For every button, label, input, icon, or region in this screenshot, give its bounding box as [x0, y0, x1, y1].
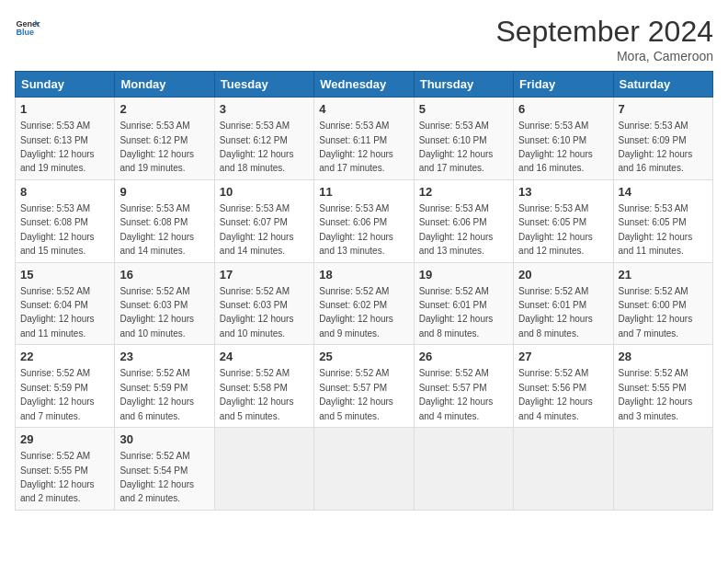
day-number: 23: [119, 349, 209, 365]
day-info: Sunrise: 5:53 AMSunset: 6:08 PMDaylight:…: [20, 203, 95, 256]
day-cell-2: 2 Sunrise: 5:53 AMSunset: 6:12 PMDayligh…: [115, 98, 214, 180]
day-number: 22: [20, 349, 109, 365]
day-info: Sunrise: 5:52 AMSunset: 6:03 PMDaylight:…: [119, 286, 194, 339]
day-info: Sunrise: 5:53 AMSunset: 6:09 PMDaylight:…: [619, 121, 693, 173]
col-wednesday: Wednesday: [314, 72, 414, 98]
day-info: Sunrise: 5:52 AMSunset: 5:56 PMDaylight:…: [518, 368, 593, 420]
day-number: 26: [419, 349, 508, 365]
day-info: Sunrise: 5:53 AMSunset: 6:06 PMDaylight:…: [319, 203, 393, 256]
empty-cell: [613, 428, 712, 511]
svg-text:Blue: Blue: [16, 28, 34, 37]
day-number: 16: [119, 267, 209, 283]
day-number: 1: [20, 101, 109, 118]
empty-cell: [214, 428, 313, 511]
day-cell-7: 7 Sunrise: 5:53 AMSunset: 6:09 PMDayligh…: [613, 98, 712, 180]
day-info: Sunrise: 5:52 AMSunset: 6:00 PMDaylight:…: [619, 286, 693, 339]
col-saturday: Saturday: [613, 72, 712, 98]
day-cell-5: 5 Sunrise: 5:53 AMSunset: 6:10 PMDayligh…: [414, 98, 513, 180]
day-info: Sunrise: 5:53 AMSunset: 6:05 PMDaylight:…: [518, 203, 593, 256]
day-number: 7: [619, 101, 708, 118]
col-sunday: Sunday: [16, 72, 115, 98]
day-number: 15: [20, 267, 109, 283]
day-cell-4: 4 Sunrise: 5:53 AMSunset: 6:11 PMDayligh…: [314, 98, 414, 180]
col-thursday: Thursday: [414, 72, 513, 98]
day-number: 11: [319, 184, 408, 201]
day-cell-26: 26 Sunrise: 5:52 AMSunset: 5:57 PMDaylig…: [414, 345, 513, 428]
day-number: 28: [619, 349, 708, 365]
month-title: September 2024: [495, 15, 713, 49]
day-cell-6: 6 Sunrise: 5:53 AMSunset: 6:10 PMDayligh…: [514, 98, 613, 180]
day-info: Sunrise: 5:53 AMSunset: 6:12 PMDaylight:…: [119, 121, 194, 173]
day-number: 29: [20, 431, 109, 448]
day-cell-24: 24 Sunrise: 5:52 AMSunset: 5:58 PMDaylig…: [214, 345, 313, 428]
col-tuesday: Tuesday: [214, 72, 313, 98]
day-number: 14: [619, 184, 708, 201]
day-number: 20: [518, 267, 608, 283]
col-friday: Friday: [514, 72, 613, 98]
empty-cell: [314, 428, 414, 511]
day-cell-12: 12 Sunrise: 5:53 AMSunset: 6:06 PMDaylig…: [414, 179, 513, 262]
day-info: Sunrise: 5:53 AMSunset: 6:08 PMDaylight:…: [119, 203, 194, 256]
day-info: Sunrise: 5:53 AMSunset: 6:11 PMDaylight:…: [319, 121, 393, 173]
day-number: 12: [419, 184, 508, 201]
day-info: Sunrise: 5:53 AMSunset: 6:05 PMDaylight:…: [619, 203, 693, 256]
day-info: Sunrise: 5:52 AMSunset: 5:55 PMDaylight:…: [20, 451, 95, 503]
day-info: Sunrise: 5:52 AMSunset: 5:54 PMDaylight:…: [119, 451, 194, 503]
day-info: Sunrise: 5:53 AMSunset: 6:07 PMDaylight:…: [220, 203, 294, 256]
day-cell-23: 23 Sunrise: 5:52 AMSunset: 5:59 PMDaylig…: [115, 345, 214, 428]
day-cell-13: 13 Sunrise: 5:53 AMSunset: 6:05 PMDaylig…: [514, 179, 613, 262]
day-info: Sunrise: 5:53 AMSunset: 6:12 PMDaylight:…: [220, 121, 294, 173]
day-number: 18: [319, 267, 408, 283]
day-info: Sunrise: 5:52 AMSunset: 6:02 PMDaylight:…: [319, 286, 393, 339]
header-row: Sunday Monday Tuesday Wednesday Thursday…: [16, 72, 713, 98]
day-info: Sunrise: 5:52 AMSunset: 5:57 PMDaylight:…: [319, 368, 393, 420]
logo: General Blue: [15, 15, 40, 40]
day-info: Sunrise: 5:52 AMSunset: 6:03 PMDaylight:…: [220, 286, 294, 339]
day-cell-16: 16 Sunrise: 5:52 AMSunset: 6:03 PMDaylig…: [115, 262, 214, 345]
day-cell-25: 25 Sunrise: 5:52 AMSunset: 5:57 PMDaylig…: [314, 345, 414, 428]
day-number: 25: [319, 349, 408, 365]
day-number: 17: [220, 267, 309, 283]
day-info: Sunrise: 5:52 AMSunset: 5:59 PMDaylight:…: [119, 368, 194, 420]
day-info: Sunrise: 5:53 AMSunset: 6:10 PMDaylight:…: [518, 121, 593, 173]
day-number: 10: [220, 184, 309, 201]
day-info: Sunrise: 5:52 AMSunset: 5:58 PMDaylight:…: [220, 368, 294, 420]
day-number: 4: [319, 101, 408, 118]
day-cell-8: 8 Sunrise: 5:53 AMSunset: 6:08 PMDayligh…: [16, 179, 115, 262]
week-row: 15 Sunrise: 5:52 AMSunset: 6:04 PMDaylig…: [16, 262, 713, 345]
day-cell-10: 10 Sunrise: 5:53 AMSunset: 6:07 PMDaylig…: [214, 179, 313, 262]
col-monday: Monday: [115, 72, 214, 98]
week-row: 29 Sunrise: 5:52 AMSunset: 5:55 PMDaylig…: [16, 428, 713, 511]
day-number: 9: [119, 184, 209, 201]
week-row: 1 Sunrise: 5:53 AMSunset: 6:13 PMDayligh…: [16, 98, 713, 180]
day-info: Sunrise: 5:53 AMSunset: 6:06 PMDaylight:…: [419, 203, 494, 256]
day-number: 6: [518, 101, 608, 118]
empty-cell: [514, 428, 613, 511]
title-block: September 2024 Mora, Cameroon: [495, 15, 713, 63]
day-number: 5: [419, 101, 508, 118]
week-row: 8 Sunrise: 5:53 AMSunset: 6:08 PMDayligh…: [16, 179, 713, 262]
day-info: Sunrise: 5:52 AMSunset: 5:59 PMDaylight:…: [20, 368, 95, 420]
day-number: 27: [518, 349, 608, 365]
day-cell-18: 18 Sunrise: 5:52 AMSunset: 6:02 PMDaylig…: [314, 262, 414, 345]
day-info: Sunrise: 5:53 AMSunset: 6:10 PMDaylight:…: [419, 121, 494, 173]
day-number: 13: [518, 184, 608, 201]
day-cell-29: 29 Sunrise: 5:52 AMSunset: 5:55 PMDaylig…: [16, 428, 115, 511]
day-cell-28: 28 Sunrise: 5:52 AMSunset: 5:55 PMDaylig…: [613, 345, 712, 428]
day-number: 21: [619, 267, 708, 283]
page-header: General Blue September 2024 Mora, Camero…: [15, 15, 713, 63]
day-info: Sunrise: 5:52 AMSunset: 5:57 PMDaylight:…: [419, 368, 494, 420]
day-cell-27: 27 Sunrise: 5:52 AMSunset: 5:56 PMDaylig…: [514, 345, 613, 428]
day-cell-11: 11 Sunrise: 5:53 AMSunset: 6:06 PMDaylig…: [314, 179, 414, 262]
day-info: Sunrise: 5:52 AMSunset: 6:01 PMDaylight:…: [518, 286, 593, 339]
logo-icon: General Blue: [15, 15, 40, 40]
day-number: 19: [419, 267, 508, 283]
empty-cell: [414, 428, 513, 511]
day-cell-20: 20 Sunrise: 5:52 AMSunset: 6:01 PMDaylig…: [514, 262, 613, 345]
day-cell-22: 22 Sunrise: 5:52 AMSunset: 5:59 PMDaylig…: [16, 345, 115, 428]
day-cell-15: 15 Sunrise: 5:52 AMSunset: 6:04 PMDaylig…: [16, 262, 115, 345]
day-cell-17: 17 Sunrise: 5:52 AMSunset: 6:03 PMDaylig…: [214, 262, 313, 345]
day-cell-1: 1 Sunrise: 5:53 AMSunset: 6:13 PMDayligh…: [16, 98, 115, 180]
day-number: 30: [119, 431, 209, 448]
day-number: 3: [220, 101, 309, 118]
